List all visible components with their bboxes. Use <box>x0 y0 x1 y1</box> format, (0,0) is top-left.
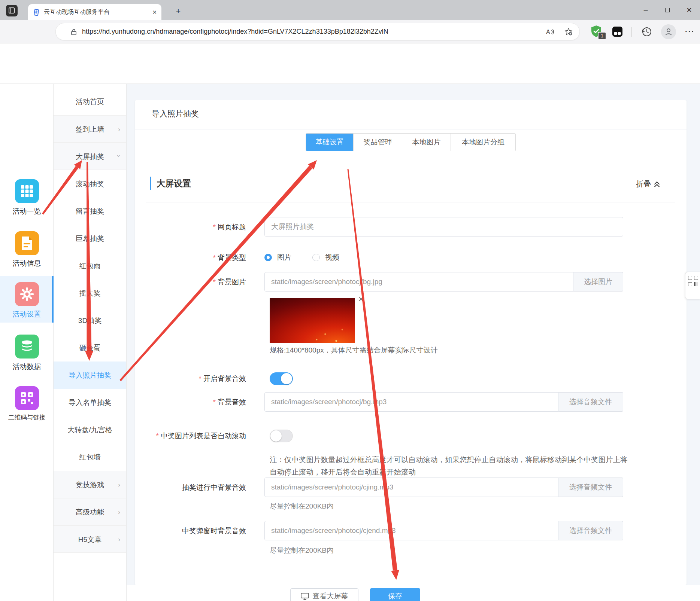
grid-icon <box>15 179 39 203</box>
sidebar-item-activity-info[interactable]: 活动信息 <box>0 231 54 268</box>
during-audio-input[interactable]: static/images/screen/photocj/cjing.mp3 <box>264 478 558 497</box>
menu-item-signin-wall[interactable]: 签到上墙› <box>54 115 126 143</box>
field-label-page-title: *网页标题 <box>135 222 246 232</box>
bgm-toggle[interactable] <box>270 372 293 385</box>
size-hint-win: 尽量控制在200KB内 <box>270 546 334 555</box>
document-icon <box>15 231 39 255</box>
field-label-enable-bgm: *开启背景音效 <box>135 374 246 384</box>
new-tab-button[interactable]: + <box>173 6 184 17</box>
list-bars-icon <box>694 282 698 286</box>
view-big-screen-button[interactable]: 查看大屏幕 <box>290 588 358 601</box>
menu-item-message-lottery[interactable]: 留言抽奖 <box>54 198 126 225</box>
toolbar-separator <box>631 27 632 37</box>
page-title-input[interactable]: 大屏照片抽奖 <box>264 217 623 237</box>
privacy-shield-icon[interactable]: 1 <box>591 25 603 39</box>
menu-item-activity-home[interactable]: 活动首页 <box>54 88 126 115</box>
double-chevron-up-icon <box>654 181 660 187</box>
radio-image-selected[interactable] <box>264 254 272 261</box>
monitor-icon <box>301 592 309 600</box>
field-label-bgm: *背景音效 <box>135 397 246 407</box>
bgm-input[interactable]: static/images/screen/photocj/bg.mp3 <box>264 392 558 412</box>
image-spec-hint: 规格:1400*800px，具体尺寸需结合屏幕实际尺寸设计 <box>270 345 438 355</box>
menu-item-golden-egg[interactable]: 砸金蛋 <box>54 334 126 361</box>
workspaces-icon[interactable] <box>6 5 18 16</box>
menu-item-jumbo-lottery[interactable]: 巨幕抽奖 <box>54 225 126 252</box>
sidebar-item-activity-overview[interactable]: 活动一览 <box>0 179 54 216</box>
svg-text:A: A <box>546 29 550 35</box>
menu-item-advanced-features[interactable]: 高级功能› <box>54 498 126 525</box>
browser-tab-strip: 云互动现场互动服务平台 ✕ + ─ ✕ <box>0 0 700 20</box>
choose-audio-button-win[interactable]: 选择音频文件 <box>558 521 623 540</box>
gear-icon <box>15 282 39 306</box>
tab-close-icon[interactable]: ✕ <box>152 9 157 16</box>
field-label-autoscroll: *中奖图片列表是否自动滚动 <box>135 431 246 441</box>
settings-tabs: 基础设置 奖品管理 本地图片 本地图片分组 <box>306 133 516 151</box>
tab-basic-settings[interactable]: 基础设置 <box>306 134 354 151</box>
radio-video[interactable] <box>312 254 320 261</box>
bg-image-preview <box>270 298 355 343</box>
autoscroll-toggle[interactable] <box>270 430 293 442</box>
screenshot-stage: 云互动现场互动服务平台 ✕ + ─ ✕ ← ↻ https://hd.yunhu… <box>0 0 700 601</box>
remove-image-icon[interactable]: ✕ <box>358 295 364 303</box>
menu-item-h5-article[interactable]: H5文章› <box>54 525 126 553</box>
address-bar[interactable]: https://hd.yunhudong.cn/hdmanage/configp… <box>55 23 580 40</box>
autoscroll-note: 注：仅中奖图片数量超过外框总高度才可以自动滚动，如果您想停止自动滚动，将鼠标移动… <box>270 454 628 478</box>
field-label-win-audio: 中奖弹窗时背景音效 <box>135 526 246 536</box>
menu-item-bigscreen-lottery[interactable]: 大屏抽奖› <box>54 143 126 170</box>
collapse-control[interactable]: 折叠 <box>636 179 660 189</box>
menu-item-shake-lottery[interactable]: 摇大奖 <box>54 280 126 307</box>
choose-audio-button-during[interactable]: 选择音频文件 <box>558 478 623 497</box>
chevron-right-icon: › <box>118 526 120 553</box>
size-hint-during: 尽量控制在200KB内 <box>270 501 334 511</box>
menu-item-wheel-grid[interactable]: 大转盘/九宫格 <box>54 416 126 443</box>
url-text: https://hd.yunhudong.cn/hdmanage/configp… <box>82 28 541 36</box>
menu-item-rolling-lottery[interactable]: 滚动抽奖 <box>54 170 126 198</box>
menu-item-import-list-lottery[interactable]: 导入名单抽奖 <box>54 389 126 416</box>
chevron-right-icon: › <box>118 498 120 526</box>
window-minimize-button[interactable]: ─ <box>635 0 657 20</box>
database-icon <box>15 335 39 359</box>
browser-menu-icon[interactable]: ··· <box>685 27 695 36</box>
menu-item-competitive-games[interactable]: 竞技游戏› <box>54 471 126 498</box>
sidebar-item-qrcode-links[interactable]: 二维码与链接 <box>0 386 54 422</box>
menu-item-redpacket-rain[interactable]: 红包雨 <box>54 252 126 280</box>
choose-audio-button-bgm[interactable]: 选择音频文件 <box>558 392 623 412</box>
qrcode-icon <box>15 386 39 410</box>
tab-title: 云互动现场互动服务平台 <box>44 8 149 16</box>
win-audio-input[interactable]: static/images/screen/photocj/cjend.mp3 <box>264 521 558 540</box>
floating-shortcut-panel[interactable] <box>685 272 700 299</box>
browser-tab[interactable]: 云互动现场互动服务平台 ✕ <box>28 4 161 20</box>
settings-card: 导入照片抽奖 基础设置 奖品管理 本地图片 本地图片分组 大屏设置 折叠 *网页… <box>135 100 687 585</box>
sidebar-item-activity-settings[interactable]: 活动设置 <box>0 276 54 323</box>
site-header: 云互动 有疑问联系客服 帮助手册 申请发票 红包充值 我的活动 <box>0 43 700 84</box>
field-label-during-audio: 抽奖进行中背景音效 <box>135 483 246 492</box>
window-close-button[interactable]: ✕ <box>678 0 700 20</box>
tab-local-image-groups[interactable]: 本地图片分组 <box>451 134 515 151</box>
menu-item-import-photo-lottery[interactable]: 导入照片抽奖 <box>54 361 126 389</box>
menu-item-3d-lottery[interactable]: 3D抽奖 <box>54 307 126 334</box>
field-label-bg-type: *背景类型 <box>135 253 246 263</box>
tab-local-images[interactable]: 本地图片 <box>402 134 451 151</box>
divider <box>135 129 687 129</box>
section-accent-bar <box>150 177 151 190</box>
tab-prize-management[interactable]: 奖品管理 <box>354 134 402 151</box>
bg-image-input[interactable]: static/images/screen/photocj/bg.jpg <box>264 272 573 292</box>
extension-icon[interactable] <box>612 27 622 37</box>
profile-icon[interactable] <box>661 24 676 39</box>
layout-icon <box>688 282 692 286</box>
menu-item-redpacket-wall[interactable]: 红包墙 <box>54 443 126 471</box>
primary-sidebar: 活动一览 活动信息 活动设置 活动数据 二维码与链接 <box>0 84 54 601</box>
lock-icon <box>71 28 77 35</box>
choose-image-button[interactable]: 选择图片 <box>573 272 623 292</box>
divider <box>146 202 675 202</box>
field-label-bg-image: *背景图片 <box>135 277 246 287</box>
bg-type-radio-group: 图片 视频 <box>264 253 339 262</box>
sidebar-item-activity-data[interactable]: 活动数据 <box>0 335 54 372</box>
favorites-star-icon[interactable] <box>564 28 573 36</box>
window-maximize-button[interactable] <box>657 0 678 20</box>
save-button[interactable]: 保存 <box>370 588 420 601</box>
layout-icon <box>688 276 692 280</box>
read-aloud-icon[interactable]: A <box>546 28 555 36</box>
history-icon[interactable] <box>641 26 652 37</box>
section-title: 大屏设置 <box>157 178 191 189</box>
